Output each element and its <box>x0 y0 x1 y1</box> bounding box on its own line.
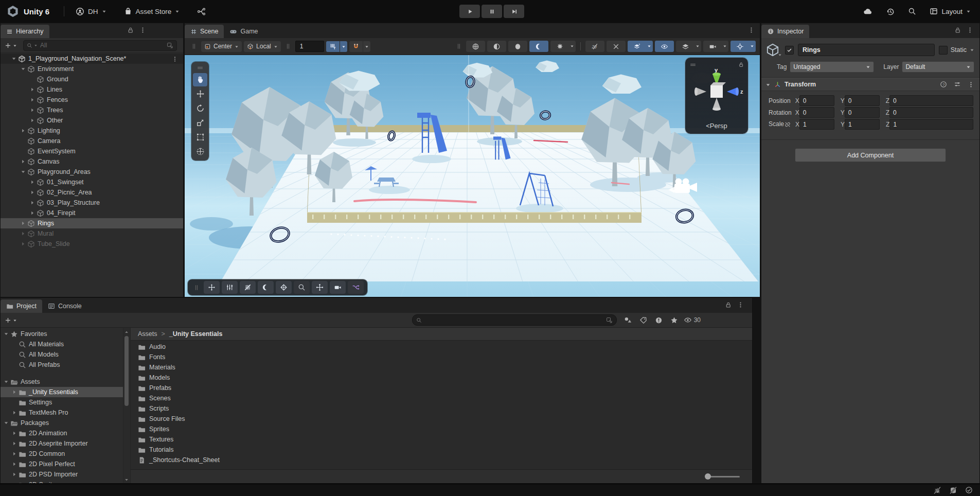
asset-store-menu[interactable]: Asset Store <box>124 7 180 15</box>
tree-item-favorites[interactable]: Favorites <box>1 329 123 339</box>
kebab-menu-icon[interactable] <box>737 301 744 308</box>
undo-history-icon[interactable] <box>886 7 895 16</box>
hidden-count-toggle[interactable]: 30 <box>684 316 701 324</box>
tag-dropdown[interactable]: Untagged <box>790 61 874 73</box>
scene-option-slash20-button[interactable]: 20 <box>585 41 604 52</box>
recti-tool-button[interactable] <box>193 131 207 144</box>
tab-inspector[interactable]: Inspector <box>761 25 809 38</box>
file-item-scripts[interactable]: Scripts <box>131 403 752 414</box>
cloud-services-icon[interactable] <box>863 7 872 16</box>
caret-icon[interactable] <box>20 221 27 226</box>
link-broken-icon[interactable] <box>784 120 791 128</box>
kebab-menu-icon[interactable] <box>968 81 974 88</box>
thumbnail-zoom-slider[interactable] <box>706 474 740 479</box>
tree-item-04-firepit[interactable]: 04_Firepit <box>1 208 183 218</box>
chevron-down-icon[interactable] <box>749 41 756 52</box>
scene-option-fx-button[interactable] <box>550 41 569 52</box>
tab-scene[interactable]: Scene <box>185 25 224 38</box>
chevron-down-icon[interactable] <box>970 46 974 54</box>
scene-option-globe-button[interactable] <box>466 41 485 52</box>
tree-item-2d-sprite[interactable]: 2D Sprite <box>1 480 123 483</box>
scale-y-field[interactable] <box>845 119 880 130</box>
overlay-drag-handle[interactable] <box>193 284 200 291</box>
play-button[interactable] <box>459 5 480 18</box>
file-item-sprites[interactable]: Sprites <box>131 424 752 434</box>
file-item-source-files[interactable]: Source Files <box>131 414 752 424</box>
rotation-z-field[interactable] <box>889 107 973 118</box>
favorites-filter-icon[interactable] <box>668 315 681 325</box>
scene-option-layerstar-button[interactable] <box>628 41 647 52</box>
kebab-menu-icon[interactable] <box>748 26 755 33</box>
caret-icon[interactable] <box>11 462 18 467</box>
tree-item-02-picnic-area[interactable]: 02_Picnic_Area <box>1 187 183 198</box>
object-name-field[interactable] <box>798 44 935 56</box>
tree-item-lines[interactable]: Lines <box>1 84 183 95</box>
pause-button[interactable] <box>482 5 502 18</box>
tool-handle-rotation-dropdown[interactable]: Local <box>244 41 281 52</box>
cache-server-disabled-icon[interactable] <box>949 486 957 494</box>
project-search-input[interactable] <box>424 316 603 324</box>
open-in-search-icon[interactable] <box>167 42 173 49</box>
file-item-models[interactable]: Models <box>131 373 752 383</box>
caret-icon[interactable] <box>11 482 18 483</box>
layer-dropdown[interactable]: Default <box>902 61 974 73</box>
create-asset-button[interactable] <box>5 316 17 324</box>
caret-icon[interactable] <box>3 331 10 336</box>
caret-icon[interactable] <box>29 200 36 205</box>
caret-icon[interactable] <box>20 66 27 72</box>
tree-item-assets[interactable]: Assets <box>1 377 123 387</box>
rotate-tool-button[interactable] <box>193 102 207 115</box>
foldout-caret-icon[interactable] <box>765 81 771 88</box>
tree-item-camera[interactable]: Camera <box>1 136 183 146</box>
scene-option-eye-button[interactable] <box>655 41 674 52</box>
breadcrumb-current[interactable]: _Unity Essentials <box>169 330 223 338</box>
chevron-down-icon[interactable] <box>721 41 728 52</box>
project-tree-scrollbar[interactable] <box>123 328 131 483</box>
hand-tool-button[interactable] <box>193 73 207 86</box>
static-checkbox[interactable] <box>939 46 948 55</box>
tab-hierarchy[interactable]: Hierarchy <box>1 25 49 38</box>
tree-item-1-playground-navigation-scene[interactable]: 1_Playground_Navigation_Scene* <box>1 54 183 64</box>
tool-handle-pivot-dropdown[interactable]: Center <box>201 41 242 52</box>
caret-icon[interactable] <box>20 159 27 164</box>
rotation-y-field[interactable] <box>845 107 880 118</box>
file-item-materials[interactable]: Materials <box>131 362 752 373</box>
transform-component-header[interactable]: Transform ? <box>761 78 979 91</box>
status-ok-icon[interactable] <box>965 486 973 494</box>
project-search[interactable] <box>412 314 617 326</box>
overlay-drag-handle[interactable] <box>197 64 204 72</box>
file-item-prefabs[interactable]: Prefabs <box>131 383 752 393</box>
presets-icon[interactable] <box>954 81 961 88</box>
caret-icon[interactable] <box>10 56 17 61</box>
chevron-down-icon[interactable] <box>694 41 701 52</box>
position-y-field[interactable] <box>845 95 880 106</box>
breadcrumb-assets[interactable]: Assets <box>138 330 157 338</box>
gameobject-icon[interactable] <box>765 43 781 57</box>
search-by-type-icon[interactable] <box>622 315 634 325</box>
tree-item-lighting[interactable]: Lighting <box>1 126 183 136</box>
tab-console[interactable]: Console <box>42 299 87 313</box>
position-z-field[interactable] <box>889 95 973 106</box>
tree-item-environment[interactable]: Environment <box>1 64 183 74</box>
caret-icon[interactable] <box>3 379 10 384</box>
scale-x-field[interactable] <box>799 119 834 130</box>
tree-item-other[interactable]: Other <box>1 115 183 126</box>
lock-icon[interactable] <box>954 26 961 33</box>
scene-option-cam-button[interactable] <box>703 41 722 52</box>
overlay-move-button[interactable] <box>204 281 220 294</box>
position-x-field[interactable] <box>799 95 834 106</box>
orientation-gizmo[interactable]: yz <Persp <box>685 58 748 134</box>
tree-item-playground-areas[interactable]: Playground_Areas <box>1 167 183 177</box>
help-icon[interactable]: ? <box>940 81 947 88</box>
kebab-menu-icon[interactable] <box>139 26 146 33</box>
overlay-crossdots-button[interactable] <box>312 281 328 294</box>
scene-option-slashruler-button[interactable] <box>607 41 626 52</box>
tab-game[interactable]: Game <box>224 25 263 38</box>
overlay-drag-handle[interactable] <box>455 43 462 50</box>
scroll-up-icon[interactable] <box>124 328 129 335</box>
debugger-detached-icon[interactable] <box>933 486 941 494</box>
file-item-audio[interactable]: Audio <box>131 342 752 352</box>
caret-icon[interactable] <box>29 108 36 113</box>
hierarchy-search-input[interactable] <box>39 41 165 49</box>
caret-icon[interactable] <box>11 441 18 446</box>
